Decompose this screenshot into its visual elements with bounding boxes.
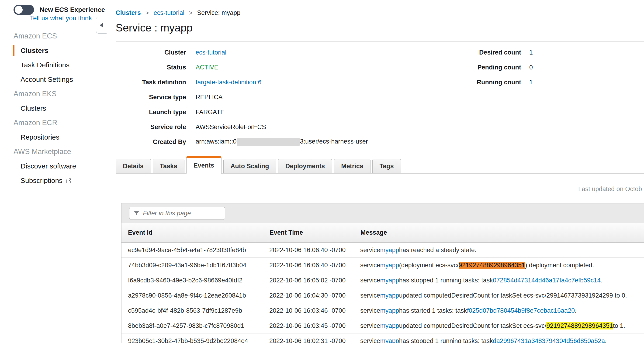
detail-value-launch-type: FARGATE — [196, 109, 224, 116]
inline-link[interactable]: myapp — [380, 247, 399, 254]
detail-row-status: StatusACTIVE — [106, 60, 368, 75]
event-time-cell: 2022-10-06 16:03:46 -0700 — [263, 303, 354, 318]
tab-tags[interactable]: Tags — [372, 159, 401, 173]
inline-link[interactable]: myapp — [380, 292, 399, 299]
sidebar-item-clusters[interactable]: Clusters — [0, 43, 106, 58]
event-message-cell: service myapp (deployment ecs-svc/921927… — [354, 258, 644, 273]
detail-row-task-definition: Task definitionfargate-task-definition:6 — [106, 75, 368, 90]
column-header-message[interactable]: Message — [354, 223, 644, 242]
sidebar-collapse-button[interactable] — [96, 17, 106, 33]
breadcrumb-ecs-tutorial[interactable]: ecs-tutorial — [154, 9, 184, 16]
last-updated-text: Last updated on Octob — [578, 185, 642, 193]
page-title: Service : myapp — [116, 21, 192, 34]
tab-metrics[interactable]: Metrics — [334, 159, 370, 173]
sidebar-item-repositories[interactable]: Repositories — [0, 130, 106, 144]
detail-row-service-role: Service roleAWSServiceRoleForECS — [106, 119, 368, 134]
inline-link[interactable]: 072854d473144d46a17fa4c7efb59c14 — [493, 277, 601, 284]
event-time-cell: 2022-10-06 16:05:02 -0700 — [263, 273, 354, 288]
sidebar-section-amazon-ecs: Amazon ECS — [0, 29, 106, 43]
events-table: Event IdEvent TimeMessage ec9e1d94-9aca-… — [121, 203, 644, 343]
detail-row-service-type: Service typeREPLICA — [106, 90, 368, 105]
event-message-cell: service myapp updated computedDesiredCou… — [354, 318, 644, 333]
detail-link-cluster[interactable]: ecs-tutorial — [196, 49, 226, 56]
sidebar-divider — [13, 26, 92, 26]
detail-label: Task definition — [106, 79, 186, 86]
tab-auto-scaling[interactable]: Auto Scaling — [223, 159, 276, 173]
inline-link[interactable]: f025d07bd780454b9f8e7cebac16aa20 — [467, 307, 575, 314]
count-value-desired-count: 1 — [529, 49, 533, 56]
event-id-cell: ec9e1d94-9aca-45b4-a4a1-7823030fe84b — [122, 243, 263, 258]
sidebar-section-amazon-eks: Amazon EKS — [0, 87, 106, 101]
external-link-icon — [66, 178, 72, 184]
service-details: Clusterecs-tutorialStatusACTIVETask defi… — [106, 45, 368, 149]
redacted-account-id — [237, 138, 300, 146]
count-row-running-count: Running count1 — [442, 75, 533, 90]
filter-funnel-icon — [133, 210, 140, 217]
tab-tasks[interactable]: Tasks — [153, 159, 185, 173]
detail-value-task-definition: fargate-task-definition:6 — [196, 79, 262, 86]
tab-deployments[interactable]: Deployments — [278, 159, 332, 173]
event-message-cell: service myapp has stopped 1 running task… — [354, 334, 644, 343]
status-badge: ACTIVE — [196, 64, 218, 71]
inline-link[interactable]: myapp — [380, 307, 399, 314]
event-row: 8beb3a8f-a0e7-4257-983b-c7fc870980d12022… — [122, 318, 644, 334]
event-row: ec9e1d94-9aca-45b4-a4a1-7823030fe84b2022… — [122, 243, 644, 258]
sidebar-item-clusters[interactable]: Clusters — [0, 101, 106, 116]
tab-events[interactable]: Events — [186, 156, 222, 174]
count-label: Desired count — [442, 49, 521, 56]
column-header-event-time[interactable]: Event Time — [263, 223, 354, 242]
count-value-pending-count: 0 — [529, 64, 533, 71]
sidebar-item-task-definitions[interactable]: Task Definitions — [0, 58, 106, 72]
filter-strip — [122, 203, 644, 223]
breadcrumb-separator: > — [189, 9, 192, 16]
count-value-running-count: 1 — [529, 79, 533, 86]
inline-link[interactable]: myapp — [380, 338, 399, 343]
new-ecs-experience-toggle[interactable] — [14, 5, 34, 15]
event-row: 923b05c1-30b2-47bb-b535-9d2be22084e42022… — [122, 334, 644, 343]
tab-details[interactable]: Details — [116, 159, 151, 173]
inline-link[interactable]: da29967431a3483794304d56d850a52a — [493, 338, 605, 343]
sidebar-item-discover-software[interactable]: Discover software — [0, 159, 106, 173]
events-table-body: ec9e1d94-9aca-45b4-a4a1-7823030fe84b2022… — [122, 243, 644, 343]
breadcrumb: Clusters>ecs-tutorial>Service: myapp — [116, 9, 240, 16]
inline-link[interactable]: myapp — [380, 262, 399, 269]
detail-value-created-by: arn:aws:iam::03:user/ecs-harness-user — [196, 138, 368, 146]
count-label: Pending count — [442, 64, 521, 71]
inline-link[interactable]: myapp — [380, 277, 399, 284]
toggle-knob — [15, 6, 22, 14]
sidebar: New ECS Experience Tell us what you thin… — [0, 0, 106, 343]
detail-label: Created By — [106, 138, 186, 146]
event-row: f6a9cdb3-9460-49e3-b2c6-98669e40fdf22022… — [122, 273, 644, 288]
count-row-desired-count: Desired count1 — [442, 45, 533, 60]
event-id-cell: 74bb3d09-c209-43a1-96be-1db1f6783b04 — [122, 258, 263, 273]
detail-value-status: ACTIVE — [196, 64, 218, 71]
filter-wrap — [129, 207, 225, 220]
feedback-link[interactable]: Tell us what you think — [30, 14, 92, 22]
event-row: 74bb3d09-c209-43a1-96be-1db1f6783b042022… — [122, 258, 644, 273]
filter-input[interactable] — [129, 207, 225, 220]
event-message-cell: service myapp has stopped 1 running task… — [354, 273, 644, 288]
detail-row-launch-type: Launch typeFARGATE — [106, 105, 368, 119]
breadcrumb-clusters[interactable]: Clusters — [116, 9, 141, 16]
sidebar-item-subscriptions[interactable]: Subscriptions — [0, 173, 106, 188]
sidebar-section-amazon-ecr: Amazon ECR — [0, 116, 106, 130]
sidebar-section-aws-marketplace: AWS Marketplace — [0, 144, 106, 159]
title-divider — [116, 41, 644, 42]
highlight-orange: 9219274889298964351 — [459, 262, 525, 269]
event-time-cell: 2022-10-06 16:06:40 -0700 — [263, 243, 354, 258]
sidebar-nav: Amazon ECSClustersTask DefinitionsAccoun… — [0, 29, 106, 188]
sidebar-item-account-settings[interactable]: Account Settings — [0, 72, 106, 87]
inline-link[interactable]: myapp — [380, 322, 399, 330]
breadcrumb-separator: > — [146, 9, 149, 16]
ecs-console-page: New ECS Experience Tell us what you thin… — [0, 0, 644, 343]
event-row: c595ad4c-bf4f-482b-8563-7df9c1287e9b2022… — [122, 303, 644, 318]
event-time-cell: 2022-10-06 16:06:40 -0700 — [263, 258, 354, 273]
detail-link-task-definition[interactable]: fargate-task-definition:6 — [196, 79, 262, 86]
event-message-cell: service myapp has started 1 tasks: task … — [354, 303, 644, 318]
detail-label: Launch type — [106, 109, 186, 116]
detail-label: Cluster — [106, 49, 186, 56]
detail-row-cluster: Clusterecs-tutorial — [106, 45, 368, 60]
event-row: a2978c90-0856-4a8e-9f4c-12eae260841b2022… — [122, 288, 644, 303]
column-header-event-id[interactable]: Event Id — [122, 223, 263, 242]
event-message-cell: service myapp has reached a steady state… — [354, 243, 644, 258]
